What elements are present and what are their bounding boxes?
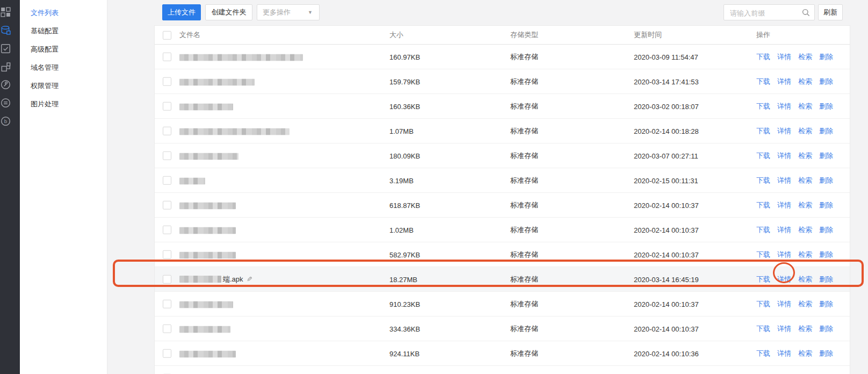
details-link[interactable]: 详情 xyxy=(777,275,791,283)
row-checkbox[interactable] xyxy=(163,325,171,333)
details-link[interactable]: 详情 xyxy=(777,201,791,209)
delete-link[interactable]: 删除 xyxy=(819,102,833,110)
sidebar-item-image-process[interactable]: 图片处理 xyxy=(31,99,59,110)
row-checkbox[interactable] xyxy=(163,53,171,61)
row-checkbox[interactable] xyxy=(163,250,171,259)
redacted-filename[interactable] xyxy=(179,54,303,61)
sidebar-item-basic-config[interactable]: 基础配置 xyxy=(31,26,59,37)
details-link[interactable]: 详情 xyxy=(777,152,791,160)
retrieve-link[interactable]: 检索 xyxy=(798,349,812,357)
retrieve-link[interactable]: 检索 xyxy=(798,176,812,184)
retrieve-link[interactable]: 检索 xyxy=(798,300,812,308)
retrieve-link[interactable]: 检索 xyxy=(798,275,812,283)
details-link[interactable]: 详情 xyxy=(777,226,791,234)
retrieve-link[interactable]: 检索 xyxy=(798,226,812,234)
select-all-checkbox[interactable] xyxy=(163,31,171,39)
download-link[interactable]: 下载 xyxy=(756,250,770,258)
delete-link[interactable]: 删除 xyxy=(819,275,833,283)
circle-b-icon[interactable]: b xyxy=(1,116,11,126)
redacted-filename[interactable] xyxy=(179,251,236,258)
row-checkbox[interactable] xyxy=(163,127,171,135)
row-checkbox[interactable] xyxy=(163,176,171,185)
task-check-icon[interactable] xyxy=(1,44,11,54)
delete-link[interactable]: 删除 xyxy=(819,300,833,308)
search-icon[interactable] xyxy=(802,9,810,17)
row-checkbox[interactable] xyxy=(163,275,171,284)
download-link[interactable]: 下载 xyxy=(756,349,770,357)
redacted-filename[interactable] xyxy=(179,301,233,308)
details-link[interactable]: 详情 xyxy=(777,325,791,333)
retrieve-link[interactable]: 检索 xyxy=(798,102,812,110)
retrieve-link[interactable]: 检索 xyxy=(798,152,812,160)
retrieve-link[interactable]: 检索 xyxy=(798,250,812,258)
redacted-filename[interactable] xyxy=(179,78,255,85)
download-link[interactable]: 下载 xyxy=(756,127,770,135)
redacted-filename[interactable] xyxy=(179,276,221,283)
download-link[interactable]: 下载 xyxy=(756,53,770,61)
row-checkbox[interactable] xyxy=(163,152,171,160)
list-circle-icon[interactable] xyxy=(1,98,11,108)
overview-grid-icon[interactable] xyxy=(1,7,11,17)
download-link[interactable]: 下载 xyxy=(756,300,770,308)
delete-link[interactable]: 删除 xyxy=(819,176,833,184)
details-link[interactable]: 详情 xyxy=(777,250,791,258)
download-link[interactable]: 下载 xyxy=(756,226,770,234)
download-link[interactable]: 下载 xyxy=(756,152,770,160)
delete-link[interactable]: 删除 xyxy=(819,349,833,357)
redacted-filename[interactable] xyxy=(179,227,236,234)
row-checkbox[interactable] xyxy=(163,201,171,210)
details-link[interactable]: 详情 xyxy=(777,300,791,308)
redacted-filename[interactable] xyxy=(179,202,236,209)
sidebar-item-permission-mgmt[interactable]: 权限管理 xyxy=(31,81,59,91)
upload-file-button[interactable]: 上传文件 xyxy=(162,4,201,20)
download-link[interactable]: 下载 xyxy=(756,325,770,333)
bucket-storage-icon[interactable] xyxy=(1,25,11,35)
sidebar-item-file-list[interactable]: 文件列表 xyxy=(31,8,59,18)
redacted-filename[interactable] xyxy=(179,128,290,135)
row-checkbox[interactable] xyxy=(163,77,171,86)
topology-icon[interactable] xyxy=(1,62,11,72)
sidebar-item-advanced-config[interactable]: 高级配置 xyxy=(31,44,59,55)
refresh-button[interactable]: 刷新 xyxy=(818,4,843,20)
delete-link[interactable]: 删除 xyxy=(819,127,833,135)
sidebar-item-domain-mgmt[interactable]: 域名管理 xyxy=(31,62,59,73)
download-link[interactable]: 下载 xyxy=(756,176,770,184)
retrieve-link[interactable]: 检索 xyxy=(798,127,812,135)
download-link[interactable]: 下载 xyxy=(756,102,770,110)
retrieve-link[interactable]: 检索 xyxy=(798,325,812,333)
filename-suffix[interactable]: 端.apk xyxy=(223,275,243,283)
details-link[interactable]: 详情 xyxy=(777,176,791,184)
download-link[interactable]: 下载 xyxy=(756,77,770,85)
create-folder-button[interactable]: 创建文件夹 xyxy=(205,4,252,20)
delete-link[interactable]: 删除 xyxy=(819,53,833,61)
details-link[interactable]: 详情 xyxy=(777,349,791,357)
details-link[interactable]: 详情 xyxy=(777,77,791,85)
details-link[interactable]: 详情 xyxy=(777,102,791,110)
details-link[interactable]: 详情 xyxy=(777,127,791,135)
delete-link[interactable]: 删除 xyxy=(819,226,833,234)
row-checkbox[interactable] xyxy=(163,102,171,111)
row-checkbox[interactable] xyxy=(163,349,171,358)
delete-link[interactable]: 删除 xyxy=(819,325,833,333)
delete-link[interactable]: 删除 xyxy=(819,77,833,85)
details-link[interactable]: 详情 xyxy=(777,53,791,61)
row-checkbox[interactable] xyxy=(163,226,171,234)
download-link[interactable]: 下载 xyxy=(756,201,770,209)
download-link[interactable]: 下载 xyxy=(756,275,770,283)
retrieve-link[interactable]: 检索 xyxy=(798,53,812,61)
row-checkbox[interactable] xyxy=(163,300,171,308)
tools-wrench-icon[interactable] xyxy=(1,80,11,90)
delete-link[interactable]: 删除 xyxy=(819,201,833,209)
redacted-filename[interactable] xyxy=(179,350,236,357)
redacted-filename[interactable] xyxy=(179,103,233,110)
prefix-search-input[interactable] xyxy=(729,5,798,20)
redacted-filename[interactable] xyxy=(179,177,205,184)
rename-pencil-icon[interactable]: ✎ xyxy=(247,275,252,283)
redacted-filename[interactable] xyxy=(179,326,230,333)
delete-link[interactable]: 删除 xyxy=(819,152,833,160)
retrieve-link[interactable]: 检索 xyxy=(798,77,812,85)
more-actions-dropdown[interactable]: 更多操作 ▼ xyxy=(257,4,320,20)
retrieve-link[interactable]: 检索 xyxy=(798,201,812,209)
redacted-filename[interactable] xyxy=(179,153,238,160)
delete-link[interactable]: 删除 xyxy=(819,250,833,258)
